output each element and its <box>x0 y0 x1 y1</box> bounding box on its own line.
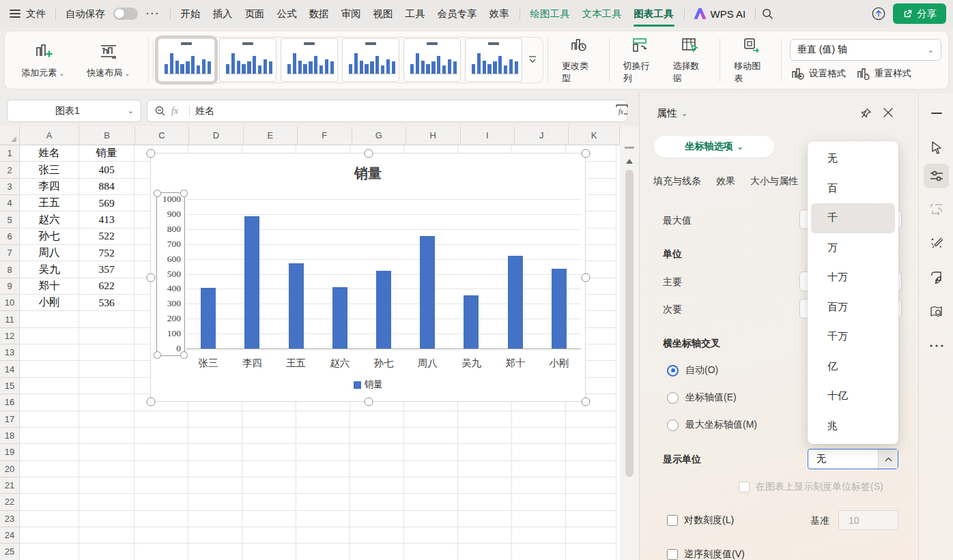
grid-cell[interactable] <box>188 444 242 460</box>
grid-cell[interactable] <box>188 544 242 560</box>
column-header[interactable]: C <box>135 126 189 145</box>
grid-cell[interactable] <box>20 328 79 344</box>
grid-cell[interactable] <box>134 477 188 494</box>
chevron-up-icon[interactable] <box>878 450 898 469</box>
dropdown-item[interactable]: 亿 <box>811 352 895 382</box>
gallery-expand-button[interactable] <box>526 41 539 79</box>
column-header[interactable]: H <box>406 126 460 145</box>
dropdown-item[interactable]: 百 <box>811 174 895 204</box>
grid-cell[interactable] <box>566 477 616 494</box>
grid-cell[interactable]: 郑十 <box>20 278 79 295</box>
grid-cell[interactable] <box>404 461 458 477</box>
grid-cell[interactable] <box>404 527 458 544</box>
menu-item[interactable]: 页面 <box>239 8 271 20</box>
row-header[interactable]: 18 <box>0 428 20 444</box>
file-menu[interactable]: 文件 <box>20 8 51 20</box>
zoom-formula-icon[interactable] <box>154 105 166 117</box>
grid-cell[interactable]: 周八 <box>20 245 79 261</box>
grid-cell[interactable] <box>242 527 296 544</box>
grid-cell[interactable] <box>188 428 242 444</box>
dropdown-item[interactable]: 十万 <box>811 263 895 293</box>
chart-bar[interactable] <box>332 287 347 349</box>
grid-cell[interactable] <box>79 378 134 394</box>
grid-cell[interactable]: 孙七 <box>20 229 79 245</box>
row-header[interactable]: 14 <box>0 361 20 377</box>
grid-cell[interactable] <box>296 494 350 510</box>
grid-cell[interactable] <box>404 444 458 460</box>
menu-item[interactable]: 公式 <box>271 8 303 20</box>
grid-cell[interactable] <box>404 477 458 494</box>
name-box[interactable]: 图表1 ⌄ <box>7 100 141 122</box>
selection-handle[interactable] <box>582 274 591 282</box>
row-header[interactable]: 6 <box>0 229 20 245</box>
grid-cell[interactable] <box>134 411 188 428</box>
pin-icon[interactable] <box>859 107 872 119</box>
grid-cell[interactable] <box>20 378 79 394</box>
row-header[interactable]: 7 <box>0 245 20 261</box>
grid-cell[interactable] <box>512 461 566 477</box>
grid-cell[interactable] <box>350 411 404 428</box>
row-header[interactable]: 1 <box>0 145 20 162</box>
grid-cell[interactable] <box>20 444 79 460</box>
name-box-dropdown-icon[interactable]: ⌄ <box>128 106 134 115</box>
selection-handle[interactable] <box>365 149 373 158</box>
grid-cell[interactable] <box>188 477 242 494</box>
scroll-up-arrow[interactable] <box>626 159 633 164</box>
map-search-icon[interactable] <box>929 304 944 319</box>
magic-wand-icon[interactable] <box>929 235 944 250</box>
grid-cell[interactable] <box>512 544 566 560</box>
grid-cell[interactable] <box>458 461 512 477</box>
column-header[interactable]: J <box>515 126 569 145</box>
row-header[interactable]: 3 <box>0 179 20 195</box>
grid-cell[interactable] <box>242 428 296 444</box>
grid-cell[interactable] <box>404 411 458 428</box>
row-header[interactable]: 19 <box>0 444 20 460</box>
value-axis-selection-box[interactable] <box>156 192 185 356</box>
menu-item[interactable]: 视图 <box>367 8 399 20</box>
context-tab[interactable]: 绘图工具 <box>524 8 576 20</box>
grid-cell[interactable] <box>296 527 350 544</box>
add-element-button[interactable]: 添加元素⌄ <box>10 41 76 79</box>
radio-axis-value[interactable]: 坐标轴值(E) <box>667 392 737 404</box>
grid-cell[interactable]: 569 <box>79 195 134 211</box>
formula-input[interactable]: fx 姓名 <box>147 100 627 122</box>
row-header[interactable]: 15 <box>0 378 20 394</box>
grid-cell[interactable] <box>134 511 188 527</box>
grid-cell[interactable] <box>458 477 512 494</box>
grid-cell[interactable] <box>188 411 242 428</box>
chart-bar[interactable] <box>552 269 567 349</box>
row-header[interactable]: 21 <box>0 477 20 494</box>
grid-cell[interactable] <box>20 394 79 411</box>
selection-handle[interactable] <box>365 398 373 407</box>
grid-cell[interactable] <box>512 477 566 494</box>
reverse-order-checkbox[interactable]: 逆序刻度值(V) <box>667 548 745 560</box>
column-header[interactable]: F <box>298 126 352 145</box>
grid-cell[interactable] <box>79 428 134 444</box>
grid-cell[interactable] <box>296 444 350 460</box>
grid-cell[interactable] <box>242 511 296 527</box>
row-header[interactable]: 24 <box>0 527 20 544</box>
grid-cell[interactable] <box>512 494 566 510</box>
wps-ai-button[interactable]: WPS AI <box>689 8 752 20</box>
grid-cell[interactable] <box>20 477 79 494</box>
grid-cell[interactable] <box>512 428 566 444</box>
grid-cell[interactable] <box>512 411 566 428</box>
chart-style-thumbnail[interactable] <box>342 38 399 82</box>
row-header[interactable]: 12 <box>0 328 20 344</box>
grid-cell[interactable] <box>20 428 79 444</box>
grid-cell[interactable] <box>458 544 512 560</box>
grid-cell[interactable]: 884 <box>79 179 134 195</box>
autosave-toggle[interactable] <box>113 8 138 20</box>
grid-cell[interactable] <box>566 544 616 560</box>
row-header[interactable]: 23 <box>0 511 20 527</box>
embedded-chart[interactable]: 销量 01002003004005006007008009001000张三李四王… <box>150 153 586 402</box>
close-panel-icon[interactable] <box>883 107 894 118</box>
grid-cell[interactable] <box>20 311 79 327</box>
grid-cell[interactable] <box>134 494 188 510</box>
row-header[interactable]: 13 <box>0 344 20 361</box>
dropdown-item[interactable]: 千 <box>811 203 895 233</box>
panel-title[interactable]: 属性 ⌄ <box>657 107 687 120</box>
dropdown-item[interactable]: 十亿 <box>811 381 895 411</box>
reset-style-button[interactable]: 重置样式 <box>855 66 911 81</box>
chart-style-thumbnail[interactable] <box>403 38 461 82</box>
